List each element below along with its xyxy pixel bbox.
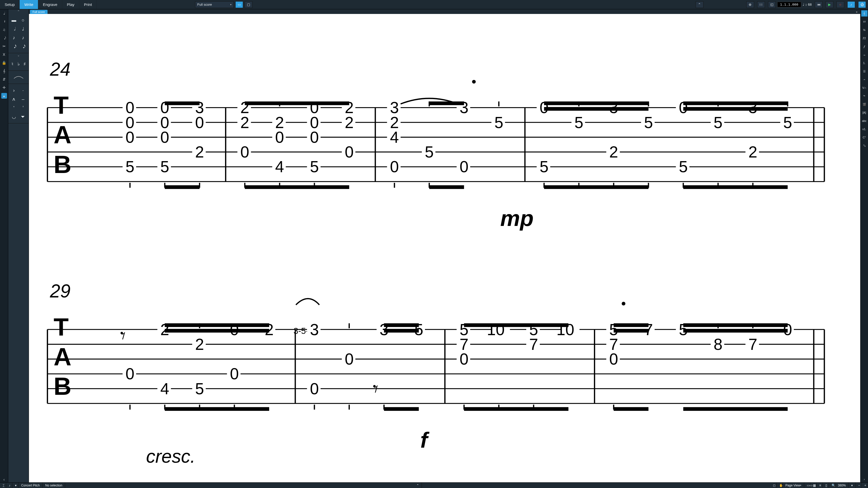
quarter-note-icon[interactable]: ♩ — [20, 25, 27, 33]
staccato-icon[interactable]: · — [20, 87, 27, 94]
eighth-note2-icon[interactable]: ♪ — [20, 34, 27, 41]
keysig-panel-icon[interactable]: ♯♯ — [861, 19, 867, 25]
whole-rest-icon[interactable]: ▬ — [10, 16, 18, 24]
expand-right-icon[interactable]: › — [861, 476, 867, 482]
slur-icon[interactable] — [11, 73, 26, 81]
add-tab-button[interactable]: + — [855, 10, 859, 14]
svg-text:29: 29 — [50, 281, 70, 301]
lyrics-panel-icon[interactable]: v1. — [861, 126, 867, 132]
ornaments-panel-icon[interactable]: 𝆗 — [861, 52, 867, 58]
right-panel: 𝄞 ♯♯ ¾ 𝅗𝅥72 𝆑 𝆗 1. ☰ 𝄐 V∩ 𝆮 🎬 [A] abc v1… — [860, 9, 868, 482]
marcato-icon[interactable]: ʌ — [10, 95, 18, 103]
text-panel-icon[interactable]: abc — [861, 118, 867, 124]
svg-text:0: 0 — [240, 143, 249, 161]
transport-panel-icon[interactable]: ◱ — [768, 1, 776, 8]
scissors-icon[interactable]: ✂ — [1, 43, 7, 49]
document-tabbar: Full score + — [29, 9, 860, 14]
half-note-icon[interactable]: 𝅗𝅥 — [10, 25, 18, 33]
figured-bass-icon[interactable]: ⁵₄ — [861, 142, 867, 149]
holds-panel-icon[interactable]: 𝄐 — [861, 76, 867, 83]
svg-text:0: 0 — [160, 128, 169, 146]
panel-scroll-up[interactable]: ⌃ — [17, 9, 20, 14]
tempo-display[interactable]: ♩ ↕ 68 — [803, 3, 812, 6]
chord-icon[interactable]: ♫ — [1, 27, 7, 33]
single-page-icon[interactable]: ▯ — [823, 483, 829, 488]
expand-left-icon[interactable]: ‹ — [1, 477, 7, 482]
svg-text:0: 0 — [345, 143, 354, 161]
marquee-icon[interactable]: ◻ — [770, 483, 777, 488]
spread-h-icon[interactable]: ▭▭ — [804, 483, 810, 488]
layout-selector[interactable]: Full score ▾ — [195, 1, 234, 8]
rehearsal-mark-icon[interactable]: [A] — [861, 109, 867, 116]
dotted-note-icon[interactable]: 𝅘𝅥. — [1, 10, 7, 16]
play-icon[interactable]: ▶ — [826, 1, 833, 8]
tuplet-icon[interactable]: 𝅘𝅥𝅮 — [1, 35, 7, 41]
power-icon[interactable]: ⏻ — [858, 1, 866, 8]
playhead-position[interactable]: 1.1.1.000 — [777, 2, 801, 7]
insert-icon[interactable]: ✛ — [1, 85, 7, 90]
midi-in-icon[interactable]: ♪ — [6, 483, 12, 488]
concert-pitch-toggle[interactable]: Concert Pitch — [19, 483, 43, 488]
dynamics-panel-icon[interactable]: 𝆑 — [861, 43, 867, 50]
record-icon[interactable]: ○ — [836, 1, 844, 8]
clef-icon[interactable]: 𝄞 — [1, 68, 7, 74]
mode-play[interactable]: Play — [62, 0, 79, 9]
spread-grid-icon[interactable]: ▦ — [810, 483, 816, 488]
chevron-down-icon[interactable]: ▾ — [12, 483, 19, 488]
click-icon[interactable]: ♪ — [847, 1, 855, 8]
mixer-icon[interactable]: ⫶⫶ — [757, 1, 765, 8]
spread-v-icon[interactable]: ≡ — [816, 483, 823, 488]
cues-panel-icon[interactable]: 🎬 — [861, 101, 867, 107]
sixteenth-note2-icon[interactable]: 𝅘𝅥𝅯 — [20, 43, 27, 51]
mode-engrave[interactable]: Engrave — [38, 0, 62, 9]
zoom-icon[interactable]: 🔍 — [829, 483, 835, 488]
mode-print[interactable]: Print — [79, 0, 97, 9]
stress-icon[interactable]: ˈ — [20, 104, 27, 112]
video-icon[interactable]: ⊛ — [746, 1, 754, 8]
rewind-icon[interactable]: ⏮ — [815, 1, 823, 8]
rest-icon[interactable]: 𝄽 — [1, 19, 7, 24]
svg-text:0: 0 — [609, 350, 618, 368]
timesig-panel-icon[interactable]: ¾ — [861, 27, 867, 33]
zoom-out-button[interactable]: − — [856, 483, 862, 488]
mode-write[interactable]: Write — [20, 0, 38, 9]
bars-panel-icon[interactable]: ☰ — [861, 68, 867, 74]
hand-tool-icon[interactable]: ✋ — [777, 483, 783, 488]
unstress-icon[interactable]: ◡ — [10, 113, 18, 121]
svg-text:7: 7 — [529, 335, 538, 353]
lines-panel-icon[interactable]: 𝆮 — [861, 93, 867, 99]
whole-note-icon[interactable]: ○ — [20, 16, 27, 24]
galley-view-toggle[interactable]: ▭ — [235, 1, 243, 8]
tenuto-icon[interactable]: – — [20, 95, 27, 103]
chord-symbols-icon[interactable]: C⁷ — [861, 134, 867, 140]
sixteenth-note-icon[interactable]: 𝅘𝅥𝅯 — [10, 43, 18, 51]
panel-scroll-down[interactable]: ⌄ — [17, 53, 20, 58]
panel-toggle-bottom[interactable]: ⌃ — [414, 483, 422, 488]
eighth-note-icon[interactable]: ♪ — [10, 34, 18, 41]
fermata-short-icon[interactable]: ⏷ — [20, 113, 27, 121]
accent-icon[interactable]: › — [10, 87, 18, 94]
playing-tech-icon[interactable]: V∩ — [861, 85, 867, 91]
page-view-toggle[interactable]: ▢ — [245, 1, 252, 8]
select-tool-icon[interactable]: ▴ — [1, 93, 7, 99]
staccatissimo-icon[interactable]: ' — [10, 104, 18, 112]
cross-staff-icon[interactable]: X — [1, 52, 7, 57]
panel-collapse-up[interactable]: ⌃ — [696, 1, 704, 8]
insert-mode-icon[interactable]: ⌶ — [0, 483, 6, 488]
score-canvas[interactable]: 24TAB00050005302220204000522032405305055… — [29, 14, 860, 482]
flat-icon[interactable]: ♭ — [16, 60, 22, 68]
zoom-dropdown[interactable]: ▾ — [848, 483, 856, 488]
zoom-percent[interactable]: 380% — [835, 483, 848, 488]
mode-setup[interactable]: Setup — [0, 0, 20, 9]
zoom-in-button[interactable]: + — [862, 483, 868, 488]
natural-icon[interactable]: ♮ — [9, 60, 16, 68]
view-mode-selector[interactable]: Page View▾ — [783, 483, 804, 488]
tempo-panel-icon[interactable]: 𝅗𝅥72 — [861, 35, 867, 41]
svg-text:10: 10 — [556, 321, 574, 338]
repeat-endings-icon[interactable]: 1. — [861, 60, 867, 66]
clefs-panel-icon[interactable]: 𝄞 — [861, 10, 867, 17]
document-tab[interactable]: Full score — [30, 10, 48, 14]
sharp-icon[interactable]: ♯ — [22, 60, 28, 68]
lock-icon[interactable]: 🔒 — [1, 60, 7, 66]
swap-icon[interactable]: ⇵ — [1, 76, 7, 82]
